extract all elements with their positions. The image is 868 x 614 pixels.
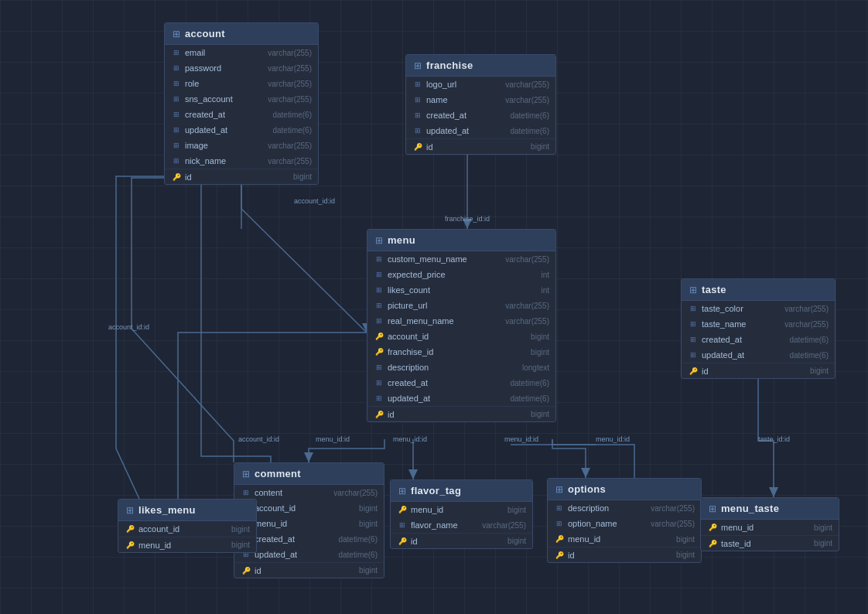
pk-icon: 🔑 (412, 142, 423, 152)
pk-icon: 🔑 (374, 409, 384, 420)
db-diagram: account_id:id franchise_id:id account_id… (0, 0, 868, 614)
table-options: ⊞ options ⊞ description varchar(255) ⊞ o… (547, 478, 702, 563)
field-id: 🔑 id bigint (391, 533, 532, 548)
pk-icon: 🔑 (241, 565, 251, 576)
field-created-at: ⊞ created_at datetime(6) (165, 107, 318, 122)
table-menu-taste-header: ⊞ menu_taste (701, 498, 839, 520)
fk-icon: 🔑 (125, 524, 135, 534)
field-updated-at: ⊞ updated_at datetime(6) (406, 123, 555, 138)
svg-marker-6 (408, 469, 418, 479)
field-taste-name: ⊞ taste_name varchar(255) (682, 316, 835, 332)
table-flavor-tag: ⊞ flavor_tag 🔑 menu_id bigint ⊞ flavor_n… (390, 479, 533, 549)
conn-label-franchise-id: franchise_id:id (445, 215, 490, 223)
field-franchise-id: 🔑 franchise_id bigint (367, 344, 555, 360)
field-sns-account: ⊞ sns_account varchar(255) (165, 91, 318, 107)
field-likes-count: ⊞ likes_count int (367, 282, 555, 298)
field-icon-grid: ⊞ (554, 518, 565, 529)
field-icon-grid: ⊞ (171, 47, 182, 58)
table-icon: ⊞ (555, 484, 563, 495)
field-icon-grid: ⊞ (374, 393, 384, 404)
table-icon: ⊞ (709, 503, 716, 514)
field-icon-grid: ⊞ (688, 334, 699, 345)
field-updated-at: ⊞ updated_at datetime(6) (165, 122, 318, 138)
field-icon-grid: ⊞ (171, 78, 182, 89)
table-menu-taste: ⊞ menu_taste 🔑 menu_id bigint 🔑 taste_id… (700, 497, 839, 551)
table-franchise: ⊞ franchise ⊞ logo_url varchar(255) ⊞ na… (405, 54, 556, 155)
field-menu-id: 🔑 menu_id bigint (548, 531, 701, 547)
svg-marker-8 (769, 487, 778, 497)
table-taste: ⊞ taste ⊞ taste_color varchar(255) ⊞ tas… (681, 278, 836, 379)
field-icon-grid: ⊞ (374, 254, 384, 264)
fk-icon: 🔑 (554, 534, 565, 544)
field-icon-grid: ⊞ (688, 319, 699, 329)
field-picture-url: ⊞ picture_url varchar(255) (367, 298, 555, 313)
field-description: ⊞ description longtext (367, 360, 555, 375)
field-nick-name: ⊞ nick_name varchar(255) (165, 153, 318, 169)
field-icon-grid: ⊞ (412, 125, 423, 136)
pk-icon: 🔑 (171, 172, 182, 182)
field-description: ⊞ description varchar(255) (548, 500, 701, 516)
table-icon: ⊞ (689, 285, 697, 295)
fk-icon: 🔑 (707, 522, 718, 533)
table-options-header: ⊞ options (548, 479, 701, 500)
conn-label-account-id-2: account_id:id (108, 323, 149, 331)
fk-icon: 🔑 (707, 538, 718, 549)
field-icon-grid: ⊞ (374, 300, 384, 311)
table-taste-header: ⊞ taste (682, 279, 835, 301)
conn-label-menu-id-comment: menu_id:id (316, 435, 350, 443)
table-account: ⊞ account ⊞ email varchar(255) ⊞ passwor… (164, 22, 319, 185)
field-created-at: ⊞ created_at datetime(6) (682, 332, 835, 347)
field-expected-price: ⊞ expected_price int (367, 267, 555, 282)
table-account-title: account (185, 28, 225, 39)
table-menu-header: ⊞ menu (367, 230, 555, 251)
field-real-menu-name: ⊞ real_menu_name varchar(255) (367, 313, 555, 329)
table-taste-title: taste (702, 284, 726, 295)
field-icon-grid: ⊞ (171, 94, 182, 104)
field-id: 🔑 id bigint (548, 547, 701, 562)
field-icon-grid: ⊞ (412, 110, 423, 121)
field-icon-grid: ⊞ (374, 377, 384, 388)
table-icon: ⊞ (126, 505, 134, 516)
field-created-at: ⊞ created_at datetime(6) (406, 107, 555, 123)
field-icon-grid: ⊞ (171, 125, 182, 135)
field-icon-grid: ⊞ (412, 94, 423, 105)
table-icon: ⊞ (173, 29, 180, 39)
field-updated-at: ⊞ updated_at datetime(6) (367, 391, 555, 406)
field-icon-grid: ⊞ (171, 140, 182, 151)
field-id: 🔑 id bigint (234, 562, 384, 578)
field-content: ⊞ content varchar(255) (234, 485, 384, 500)
field-name: ⊞ name varchar(255) (406, 92, 555, 107)
table-icon: ⊞ (375, 235, 383, 246)
fk-icon: 🔑 (397, 504, 408, 515)
table-likes-menu-title: likes_menu (138, 504, 196, 516)
conn-label-account-id-comment: account_id:id (238, 435, 279, 443)
field-email: ⊞ email varchar(255) (165, 45, 318, 60)
field-created-at: ⊞ created_at datetime(6) (367, 375, 555, 391)
field-option-name: ⊞ option_name varchar(255) (548, 516, 701, 531)
field-icon-grid: ⊞ (374, 362, 384, 373)
field-icon-grid: ⊞ (412, 79, 423, 90)
field-icon-grid: ⊞ (374, 269, 384, 280)
field-account-id: 🔑 account_id bigint (367, 329, 555, 344)
field-icon-grid: ⊞ (171, 109, 182, 120)
table-menu: ⊞ menu ⊞ custom_menu_name varchar(255) ⊞… (367, 229, 556, 422)
table-franchise-header: ⊞ franchise (406, 55, 555, 77)
fk-icon: 🔑 (374, 346, 384, 357)
field-logo-url: ⊞ logo_url varchar(255) (406, 77, 555, 92)
table-likes-menu-header: ⊞ likes_menu (118, 500, 256, 521)
field-id: 🔑 id bigint (165, 169, 318, 184)
table-menu-title: menu (388, 234, 415, 246)
table-icon: ⊞ (242, 469, 250, 479)
conn-label-taste-id: taste_id:id (758, 435, 790, 443)
conn-label-menu-id-options: menu_id:id (504, 435, 538, 443)
svg-marker-7 (581, 468, 590, 478)
table-icon: ⊞ (414, 60, 422, 71)
field-password: ⊞ password varchar(255) (165, 60, 318, 76)
field-menu-id: 🔑 menu_id bigint (391, 502, 532, 517)
field-icon-grid: ⊞ (554, 503, 565, 513)
field-image: ⊞ image varchar(255) (165, 138, 318, 153)
field-icon-grid: ⊞ (171, 63, 182, 73)
field-custom-menu-name: ⊞ custom_menu_name varchar(255) (367, 251, 555, 267)
conn-label-account-id: account_id:id (294, 197, 335, 205)
fk-icon: 🔑 (125, 540, 135, 551)
